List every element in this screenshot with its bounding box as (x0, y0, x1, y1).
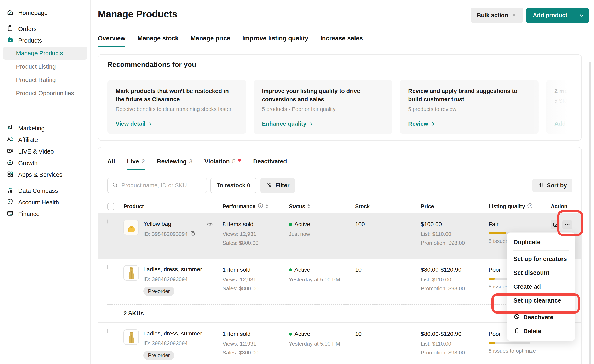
vertical-scrollbar[interactable] (589, 62, 591, 364)
chevron-down-icon[interactable] (574, 8, 589, 23)
sidebar-item-homepage[interactable]: Homepage (0, 7, 90, 19)
active-status-dot (289, 268, 292, 272)
tab-overview[interactable]: Overview (98, 35, 125, 47)
performance-cell: 1 item sold Views: 12,931 Sales: $800.00 (223, 265, 289, 299)
filter-sliders-icon (266, 182, 272, 189)
enhance-quality-link[interactable]: Enhance quality (262, 120, 384, 127)
column-price: Price (421, 203, 489, 210)
recommendation-card-brand-suggestions[interactable]: Review and apply brand suggestions to bu… (400, 80, 539, 134)
filter-button[interactable]: Filter (260, 178, 295, 193)
status-tab-live[interactable]: Live2 (127, 158, 145, 170)
column-status[interactable]: Status (289, 203, 355, 210)
help-icon[interactable]: ? (527, 203, 533, 210)
add-product-button[interactable]: Add product (526, 8, 589, 23)
sidebar-item-live-video[interactable]: LIVE & Video (0, 146, 90, 157)
recommendations-panel: Recommendations for you Mark products th… (98, 54, 582, 141)
home-icon (7, 9, 14, 17)
menu-item-set-up-clearance[interactable]: Set up clearance (507, 294, 575, 307)
sidebar-item-label: Orders (18, 26, 37, 32)
sidebar-item-marketing[interactable]: Marketing (0, 123, 90, 134)
row-checkbox[interactable] (107, 219, 108, 224)
row-checkbox[interactable] (107, 265, 108, 269)
sort-by-button[interactable]: Sort by (533, 179, 572, 192)
product-id: ID: 398482093094 (143, 276, 188, 282)
copy-icon[interactable] (190, 231, 196, 238)
search-icon (112, 182, 119, 189)
table-header: Product Performance ? Status Stock Price… (98, 200, 581, 213)
sort-carets-icon[interactable] (307, 204, 310, 208)
sidebar-item-label: Product Rating (16, 77, 56, 83)
active-status-dot (289, 223, 292, 226)
sidebar-item-growth[interactable]: Growth (0, 157, 90, 169)
to-restock-button[interactable]: To restock 0 (210, 178, 256, 193)
tv-star-icon (7, 159, 14, 167)
product-name[interactable]: Yellow bag (143, 221, 196, 227)
preview-eye-icon[interactable] (206, 221, 213, 228)
sidebar-item-finance[interactable]: Finance (0, 208, 90, 220)
chevron-right-icon (309, 121, 314, 126)
menu-item-deactivate[interactable]: Deactivate (507, 310, 575, 324)
add-stock-link[interactable]: Add stock (554, 120, 582, 127)
status-tab-deactivated[interactable]: Deactivated (253, 158, 287, 170)
sidebar-item-label: Product Listing (16, 63, 56, 70)
recommendation-card-add-stock[interactable]: 2 more SKUs estimated 5 SKUs · To Add st… (546, 80, 582, 134)
sidebar-item-label: Product Opportunities (16, 90, 74, 97)
bulk-action-button[interactable]: Bulk action (471, 8, 523, 23)
sidebar-item-affiliate[interactable]: Affiliate (0, 134, 90, 146)
status-tab-reviewing[interactable]: Reviewing3 (157, 158, 192, 170)
product-name[interactable]: Ladies, dress, summer (143, 266, 202, 272)
status-tab-violation[interactable]: Violation5 (204, 158, 241, 170)
tab-manage-stock[interactable]: Manage stock (137, 35, 178, 47)
sidebar-item-product-rating[interactable]: Product Rating (0, 73, 90, 86)
edit-button[interactable] (551, 220, 560, 229)
sidebar-item-label: Manage Products (16, 50, 63, 57)
row-checkbox[interactable] (107, 329, 108, 333)
bar-chart-icon (7, 187, 14, 195)
review-link[interactable]: Review (408, 120, 530, 127)
recommendation-card-listing-quality[interactable]: Improve your listing quality to drive co… (254, 80, 392, 134)
sort-carets-icon[interactable] (265, 204, 268, 208)
menu-item-delete[interactable]: Delete (507, 324, 575, 338)
stock-cell: 10 (355, 265, 421, 299)
active-status-dot (289, 332, 292, 336)
select-all-checkbox[interactable] (107, 203, 114, 210)
stock-cell: 100 (355, 220, 421, 253)
tab-improve-listing-quality[interactable]: Improve listing quality (243, 35, 308, 47)
product-id: ID: 398482093094 (143, 231, 188, 237)
chevron-down-icon (511, 12, 517, 19)
more-actions-button[interactable] (562, 220, 572, 229)
menu-divider (513, 309, 569, 309)
tab-increase-sales[interactable]: Increase sales (320, 35, 363, 47)
view-detail-link[interactable]: View detail (116, 120, 238, 127)
sidebar-item-product-opportunities[interactable]: Product Opportunities (0, 86, 90, 100)
recommendation-card-clearance[interactable]: Mark products that won’t be restocked in… (107, 80, 246, 134)
sidebar-item-product-listing[interactable]: Product Listing (0, 60, 90, 73)
sidebar-divider (6, 120, 84, 120)
product-image-dress[interactable] (123, 265, 139, 281)
tab-manage-price[interactable]: Manage price (191, 35, 230, 47)
quality-bar (489, 342, 530, 344)
help-icon[interactable]: ? (257, 203, 263, 210)
svg-text:?: ? (260, 204, 262, 207)
sidebar-item-account-health[interactable]: Account Health (0, 197, 90, 208)
sidebar-item-data-compass[interactable]: Data Compass (0, 185, 90, 197)
product-image-dress[interactable] (123, 329, 139, 345)
menu-item-set-discount[interactable]: Set discount (507, 266, 575, 280)
column-performance[interactable]: Performance ? (223, 203, 289, 210)
sidebar-item-products[interactable]: Products (0, 35, 90, 46)
recommendation-cards: Mark products that won’t be restocked in… (107, 80, 582, 134)
sidebar-item-manage-products[interactable]: Manage Products (3, 47, 87, 60)
menu-item-set-up-for-creators[interactable]: Set up for creators (507, 252, 575, 266)
menu-item-duplicate[interactable]: Duplicate (507, 235, 575, 249)
stock-cell: 10 (355, 329, 421, 363)
sidebar-item-apps-services[interactable]: Apps & Services (0, 169, 90, 181)
search-input[interactable] (122, 182, 202, 189)
sidebar-item-label: Account Health (18, 199, 59, 206)
sidebar-item-orders[interactable]: Orders (0, 23, 90, 35)
menu-item-create-ad[interactable]: Create ad (507, 280, 575, 294)
product-image-yellow-bag[interactable] (123, 220, 139, 235)
product-name[interactable]: Ladies, dress, summer (143, 331, 202, 337)
page-tabs: Overview Manage stock Manage price Impro… (98, 35, 363, 47)
search-box[interactable] (107, 178, 207, 193)
status-tab-all[interactable]: All (107, 158, 115, 170)
